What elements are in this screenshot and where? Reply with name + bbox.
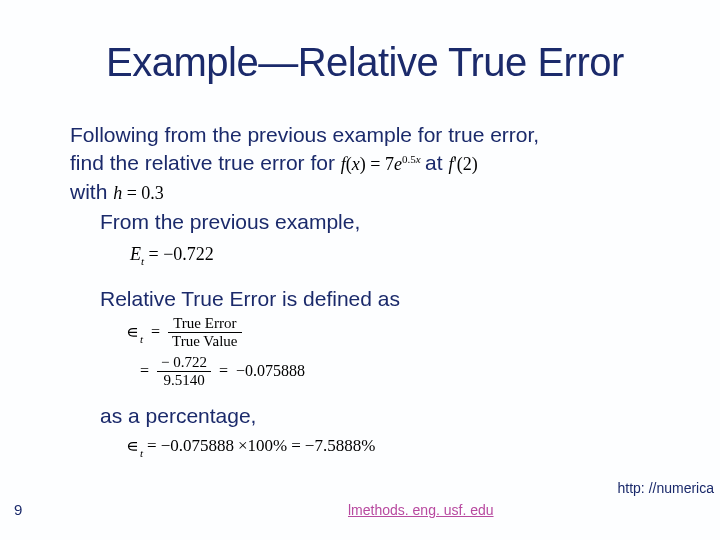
as-percentage-line: as a percentage, <box>100 403 680 429</box>
with-word: with <box>70 180 113 203</box>
rte-result: −0.075888 <box>236 361 305 381</box>
equals-sign: = <box>219 361 228 381</box>
from-previous-line: From the previous example, <box>100 209 680 235</box>
percentage-result: −7.5888% <box>305 435 376 456</box>
problem-prefix: find the relative true error for <box>70 151 341 174</box>
slide: Example—Relative True Error Following fr… <box>0 0 720 540</box>
rte-fraction-numeric: = − 0.722 9.5140 = −0.075888 <box>140 354 680 389</box>
problem-line-1: Following from the previous example for … <box>70 122 680 148</box>
at-word: at <box>425 151 448 174</box>
problem-line-2: find the relative true error for f(x) = … <box>70 150 680 176</box>
with-line: with h = 0.3 <box>70 179 680 205</box>
h-expression: h = 0.3 <box>113 183 164 203</box>
slide-title: Example—Relative True Error <box>106 40 624 85</box>
equals-sign: = <box>151 322 160 342</box>
source-url-fragment: http: //numerica <box>618 480 715 496</box>
fraction-numeric: − 0.722 9.5140 <box>157 354 211 389</box>
rte-defined-line: Relative True Error is defined as <box>100 286 680 312</box>
page-number: 9 <box>14 501 22 518</box>
equals-sign: = <box>147 435 157 456</box>
et-equation: Et = −0.722 <box>130 243 680 268</box>
epsilon-symbol: ∊t <box>126 321 143 344</box>
fraction-true-error: True Error True Value <box>168 315 241 350</box>
fprime-expression: f'(2) <box>448 154 477 174</box>
fx-expression: f(x) = 7e0.5x <box>341 154 425 174</box>
rte-fraction-definition: ∊t = True Error True Value <box>126 315 680 350</box>
percentage-equation: ∊t = −0.075888×100% = −7.5888% <box>126 435 680 458</box>
footer-link[interactable]: lmethods. eng. usf. edu <box>348 502 494 518</box>
epsilon-symbol: ∊t <box>126 435 143 458</box>
equals-sign: = <box>140 361 149 381</box>
slide-body: Following from the previous example for … <box>70 122 680 457</box>
